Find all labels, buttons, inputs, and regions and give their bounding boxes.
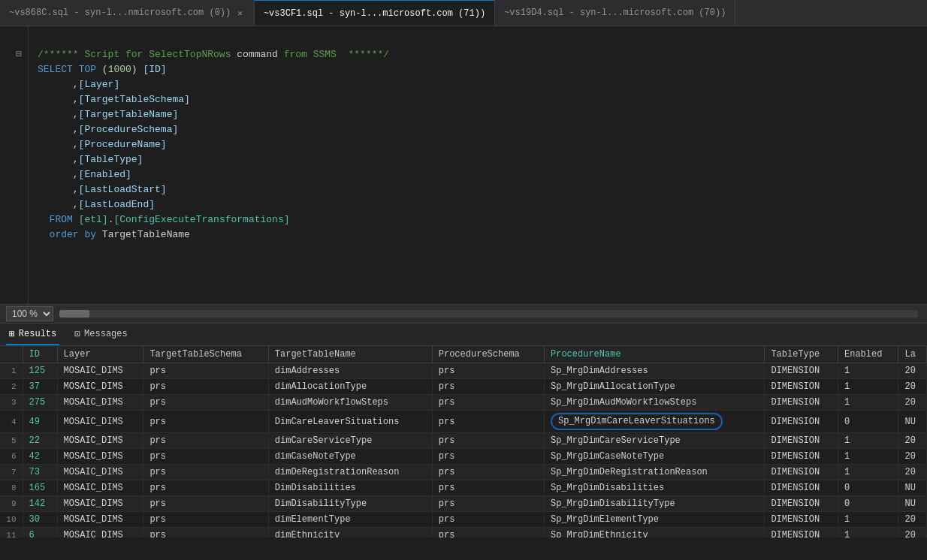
cell-enabled: 1 xyxy=(838,395,898,411)
cell-la: NU xyxy=(898,496,927,512)
cell-rownum: 5 xyxy=(0,433,23,449)
cell-la: 20 xyxy=(898,433,927,449)
cell-procname: Sp_MrgDimAllocationType xyxy=(544,379,764,395)
col-header-procschema: ProcedureSchema xyxy=(432,346,544,363)
cell-layer: MOSAIC_DIMS xyxy=(57,411,143,433)
circled-proc-name: Sp_MrgDimCareLeaverSituations xyxy=(551,413,723,430)
table-row: 449MOSAIC_DIMSprsDimCareLeaverSituations… xyxy=(0,411,927,433)
horizontal-scrollbar[interactable] xyxy=(59,310,918,318)
cell-enabled: 1 xyxy=(838,465,898,480)
cell-tabletype: DIMENSION xyxy=(765,512,838,528)
cell-procname: Sp_MrgDimDisabilities xyxy=(544,480,764,496)
table-header-row: ID Layer TargetTableSchema TargetTableNa… xyxy=(0,346,927,363)
cell-id: 165 xyxy=(23,480,57,496)
cell-id: 37 xyxy=(23,379,57,395)
cell-procschema: prs xyxy=(432,411,544,433)
tab-messages[interactable]: ⊡ Messages xyxy=(71,324,130,345)
table-row: 642MOSAIC_DIMSprsdimCaseNoteTypeprsSp_Mr… xyxy=(0,449,927,465)
results-tabs-bar: ⊞ Results ⊡ Messages xyxy=(0,324,927,346)
tab-vs19D4[interactable]: ~vs19D4.sql - syn-l...microsoft.com (70)… xyxy=(495,0,735,26)
col-header-layer: Layer xyxy=(57,346,143,363)
cell-tabletype: DIMENSION xyxy=(765,411,838,433)
cell-procname: Sp_MrgDimEthnicity xyxy=(544,528,764,538)
cell-enabled: 0 xyxy=(838,496,898,512)
editor-area: ⊟ /****** Script for SelectTopNRows comm… xyxy=(0,26,927,304)
cell-schema: prs xyxy=(143,363,268,379)
data-grid[interactable]: ID Layer TargetTableSchema TargetTableNa… xyxy=(0,346,927,537)
table-row: 9142MOSAIC_DIMSprsDimDisabilityTypeprsSp… xyxy=(0,496,927,512)
cell-rownum: 3 xyxy=(0,395,23,411)
cell-schema: prs xyxy=(143,379,268,395)
tab-label: ~vs19D4.sql - syn-l...microsoft.com (70)… xyxy=(504,8,726,18)
cell-procname: Sp_MrgDimCareServiceType xyxy=(544,433,764,449)
keyword-select: SELECT xyxy=(38,64,73,75)
col-header-rownum xyxy=(0,346,23,363)
cell-schema: prs xyxy=(143,512,268,528)
cell-id: 22 xyxy=(23,433,57,449)
cell-la: NU xyxy=(898,480,927,496)
cell-tablename: DimDisabilityType xyxy=(268,496,432,512)
cell-rownum: 6 xyxy=(0,449,23,465)
cell-procname: Sp_MrgDimCareLeaverSituations xyxy=(544,411,764,433)
cell-procname: Sp_MrgDimElementType xyxy=(544,512,764,528)
col-header-tablename: TargetTableName xyxy=(268,346,432,363)
cell-id: 73 xyxy=(23,465,57,480)
tab-label: ~vs868C.sql - syn-l...nmicrosoft.com (0)… xyxy=(9,8,231,18)
cell-tabletype: DIMENSION xyxy=(765,480,838,496)
col-header-la: La xyxy=(898,346,927,363)
zoom-bar: 100 % 75 % 150 % xyxy=(0,304,927,324)
cell-rownum: 2 xyxy=(0,379,23,395)
cell-tablename: dimAudMoWorkflowSteps xyxy=(268,395,432,411)
cell-id: 49 xyxy=(23,411,57,433)
cell-schema: prs xyxy=(143,465,268,480)
col-header-schema: TargetTableSchema xyxy=(143,346,268,363)
cell-tablename: dimElementType xyxy=(268,512,432,528)
results-icon: ⊞ xyxy=(9,328,15,340)
cell-enabled: 1 xyxy=(838,379,898,395)
cell-layer: MOSAIC_DIMS xyxy=(57,395,143,411)
cell-layer: MOSAIC_DIMS xyxy=(57,433,143,449)
cell-tabletype: DIMENSION xyxy=(765,496,838,512)
cell-procschema: prs xyxy=(432,379,544,395)
cell-rownum: 11 xyxy=(0,528,23,538)
cell-rownum: 1 xyxy=(0,363,23,379)
cell-tablename: dimCaseNoteType xyxy=(268,449,432,465)
cell-la: 20 xyxy=(898,528,927,538)
tab-label: ~vs3CF1.sql - syn-l...microsoft.com (71)… xyxy=(264,8,485,19)
cell-rownum: 10 xyxy=(0,512,23,528)
cell-procschema: prs xyxy=(432,363,544,379)
table-row: 1030MOSAIC_DIMSprsdimElementTypeprsSp_Mr… xyxy=(0,512,927,528)
cell-procschema: prs xyxy=(432,512,544,528)
col-header-procname: ProcedureName xyxy=(544,346,764,363)
cell-schema: prs xyxy=(143,528,268,538)
tab-vs3CF1[interactable]: ~vs3CF1.sql - syn-l...microsoft.com (71)… xyxy=(255,0,495,26)
cell-tablename: dimEthnicity xyxy=(268,528,432,538)
cell-layer: MOSAIC_DIMS xyxy=(57,363,143,379)
cell-la: 20 xyxy=(898,395,927,411)
cell-layer: MOSAIC_DIMS xyxy=(57,379,143,395)
cell-tabletype: DIMENSION xyxy=(765,379,838,395)
cell-la: 20 xyxy=(898,379,927,395)
comment-line: /****** Script for SelectTopNRows comman… xyxy=(38,49,389,60)
cell-la: 20 xyxy=(898,449,927,465)
code-editor[interactable]: /****** Script for SelectTopNRows comman… xyxy=(29,26,927,304)
tab-results[interactable]: ⊞ Results xyxy=(6,324,59,345)
cell-procschema: prs xyxy=(432,449,544,465)
cell-tabletype: DIMENSION xyxy=(765,433,838,449)
results-tab-label: Results xyxy=(19,329,56,339)
cell-procname: Sp_MrgDimDeRegistrationReason xyxy=(544,465,764,480)
table-row: 3275MOSAIC_DIMSprsdimAudMoWorkflowStepsp… xyxy=(0,395,927,411)
cell-enabled: 0 xyxy=(838,480,898,496)
cell-enabled: 1 xyxy=(838,449,898,465)
table-row: 1125MOSAIC_DIMSprsdimAddressesprsSp_MrgD… xyxy=(0,363,927,379)
tab-close-icon[interactable]: ✕ xyxy=(235,8,245,19)
cell-procname: Sp_MrgDimAudMoWorkflowSteps xyxy=(544,395,764,411)
zoom-dropdown[interactable]: 100 % 75 % 150 % xyxy=(6,306,53,321)
cell-la: NU xyxy=(898,411,927,433)
line-numbers: ⊟ xyxy=(0,26,29,304)
tab-vs868C[interactable]: ~vs868C.sql - syn-l...nmicrosoft.com (0)… xyxy=(0,0,255,26)
tab-bar: ~vs868C.sql - syn-l...nmicrosoft.com (0)… xyxy=(0,0,927,26)
cell-tabletype: DIMENSION xyxy=(765,363,838,379)
cell-tabletype: DIMENSION xyxy=(765,449,838,465)
messages-tab-label: Messages xyxy=(84,329,128,339)
